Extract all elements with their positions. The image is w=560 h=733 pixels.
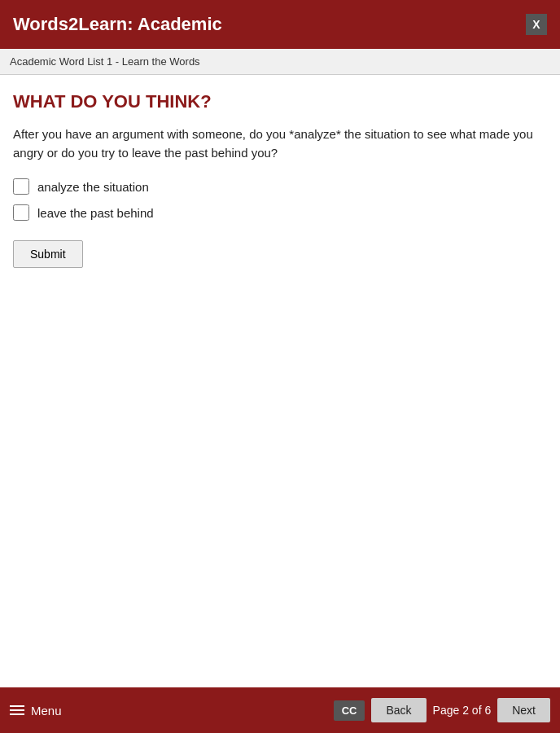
breadcrumb: Academic Word List 1 - Learn the Words	[0, 49, 560, 75]
menu-area[interactable]: Menu	[10, 704, 62, 718]
option-checkbox-2[interactable]	[13, 204, 29, 221]
app-header: Words2Learn: Academic X	[0, 0, 560, 49]
footer: Menu CC Back Page 2 of 6 Next	[0, 687, 560, 733]
option-checkbox-1[interactable]	[13, 178, 29, 195]
options-list: analyze the situation leave the past beh…	[13, 178, 547, 221]
section-title: WHAT DO YOU THINK?	[13, 91, 547, 112]
question-text: After you have an argument with someone,…	[13, 125, 547, 162]
back-button[interactable]: Back	[371, 698, 426, 722]
menu-label: Menu	[31, 704, 62, 718]
breadcrumb-text: Academic Word List 1 - Learn the Words	[10, 55, 200, 68]
menu-icon	[10, 705, 24, 715]
cc-button[interactable]: CC	[334, 700, 365, 721]
option-label-1[interactable]: analyze the situation	[37, 180, 149, 194]
list-item: analyze the situation	[13, 178, 547, 195]
next-button[interactable]: Next	[497, 698, 550, 722]
main-content: WHAT DO YOU THINK? After you have an arg…	[0, 75, 560, 684]
footer-nav: CC Back Page 2 of 6 Next	[334, 698, 550, 722]
list-item: leave the past behind	[13, 204, 547, 221]
page-indicator: Page 2 of 6	[433, 704, 492, 717]
option-label-2[interactable]: leave the past behind	[37, 206, 154, 220]
close-button[interactable]: X	[526, 14, 547, 35]
app-title: Words2Learn: Academic	[13, 14, 222, 35]
submit-button[interactable]: Submit	[13, 240, 83, 268]
